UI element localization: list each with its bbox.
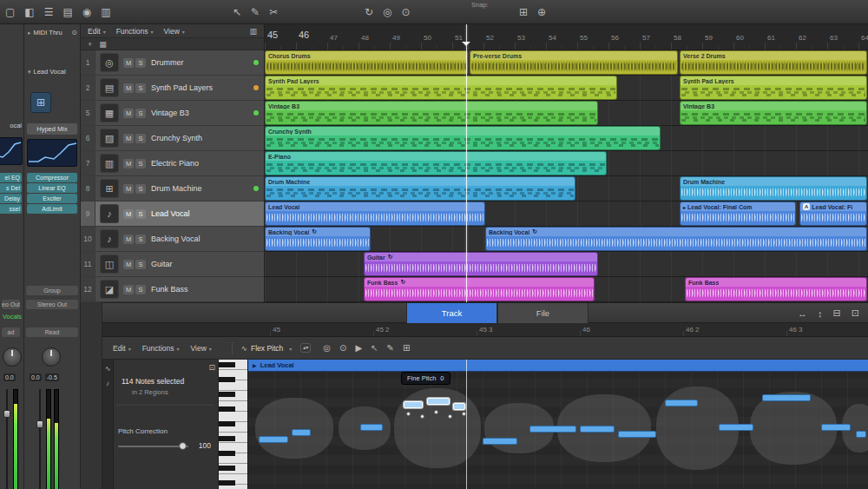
solo-button[interactable]: S — [135, 184, 146, 194]
zoom-h-icon[interactable] — [798, 307, 807, 319]
solo-button[interactable]: S — [135, 159, 146, 169]
view-menu[interactable]: View — [164, 27, 185, 36]
loop-icon[interactable] — [365, 6, 373, 18]
midi-in-icon[interactable] — [339, 343, 346, 353]
track-row[interactable]: 2 M S Synth Pad Layers — [81, 76, 264, 101]
region-inspector-header[interactable]: MIDI Thru — [28, 29, 77, 36]
track-row[interactable]: 6 M S Crunchy Synth — [81, 126, 264, 151]
track-row[interactable]: 12 M S Funk Bass — [81, 277, 264, 302]
volume-fader[interactable] — [36, 389, 43, 489]
volume-fader[interactable] — [3, 389, 10, 489]
solo-button[interactable]: S — [135, 260, 146, 269]
pitch-note[interactable] — [259, 436, 288, 443]
track-row[interactable]: 1 M S Drummer — [81, 50, 264, 76]
track-row[interactable]: 7 M S Electric Piano — [81, 151, 264, 176]
zoom-icon[interactable] — [537, 6, 546, 18]
region[interactable]: E-Piano — [265, 151, 607, 175]
region[interactable]: Verse 2 Drums — [680, 50, 867, 75]
functions-menu[interactable]: Functions — [142, 344, 180, 353]
transport-icon[interactable] — [82, 6, 91, 18]
editor-ruler[interactable]: 4545 245 34646 246 3 — [102, 323, 868, 337]
plugin-slot[interactable]: AdLimit — [27, 204, 77, 214]
pitch-note[interactable] — [360, 424, 383, 431]
note-handle[interactable] — [406, 412, 411, 416]
region[interactable]: Vintage B3 — [265, 101, 598, 125]
track-row[interactable]: 11 M S Guitar — [81, 252, 264, 277]
plugin-slot[interactable]: ssel — [0, 204, 22, 214]
catch-icon[interactable] — [323, 343, 331, 353]
stepper-icons[interactable]: ▴▾ — [300, 343, 311, 353]
smart-controls-icon[interactable] — [62, 6, 72, 18]
pan-knob[interactable] — [42, 347, 61, 367]
solo-button[interactable]: S — [135, 109, 146, 118]
pitch-note[interactable] — [529, 426, 576, 433]
pitch-note[interactable] — [618, 431, 656, 438]
solo-button[interactable]: S — [135, 83, 146, 93]
track-row[interactable]: 10 M S Backing Vocal — [81, 227, 264, 252]
fader-handle[interactable] — [3, 410, 10, 418]
plugin-slot[interactable]: el EQ — [0, 173, 22, 182]
note-handle[interactable] — [448, 414, 452, 419]
solo-button[interactable]: S — [135, 235, 146, 244]
view-menu[interactable]: View — [191, 344, 212, 353]
region[interactable]: Backing Vocal ↻ — [265, 227, 371, 251]
plugin-slot[interactable]: Exciter — [27, 194, 77, 203]
grid-icon[interactable] — [519, 6, 528, 18]
pitch-note[interactable] — [665, 400, 698, 406]
bar-ruler[interactable]: 4546474849505152535455565758596061626364 — [265, 24, 868, 50]
region[interactable]: Chorus Drums — [265, 50, 468, 75]
inspector-icon[interactable] — [24, 6, 34, 18]
patch-setting-button[interactable]: Hyped Mix — [27, 123, 77, 135]
marquee-icon[interactable] — [403, 343, 410, 353]
pencil-icon[interactable] — [387, 343, 394, 353]
pointer-tool-icon[interactable] — [233, 6, 241, 18]
edit-menu[interactable]: Edit — [113, 344, 131, 353]
playhead[interactable] — [466, 24, 467, 302]
region[interactable]: Synth Pad Layers — [680, 76, 867, 100]
pitch-note[interactable] — [762, 394, 811, 401]
note-handle[interactable] — [434, 410, 438, 414]
region[interactable]: Drum Machine — [265, 176, 575, 201]
tab-track[interactable]: Track — [406, 303, 497, 324]
editor-region-header[interactable]: Lead Vocal — [248, 360, 868, 372]
pitch-note[interactable] — [427, 398, 450, 405]
note-handle[interactable] — [420, 414, 424, 419]
track-row[interactable]: 5 M S Vintage B3 — [81, 101, 264, 126]
midi-thru-settings-icon[interactable] — [71, 29, 77, 36]
region[interactable]: Backing Vocal ↻ — [485, 227, 867, 251]
catch-icon[interactable] — [383, 6, 391, 18]
snap-menu[interactable]: Snap: — [471, 1, 489, 9]
pitch-note[interactable] — [821, 424, 851, 431]
add-track-icon[interactable] — [88, 40, 92, 49]
mute-button[interactable]: M — [123, 184, 134, 194]
strip-output[interactable]: eo Out — [2, 300, 20, 309]
eq-thumbnail[interactable] — [0, 137, 23, 165]
mute-button[interactable]: M — [123, 109, 134, 118]
pitch-note[interactable] — [856, 431, 866, 438]
pan-knob[interactable] — [3, 347, 22, 367]
functions-menu[interactable]: Functions — [116, 27, 154, 36]
pitch-note[interactable] — [580, 426, 615, 433]
region[interactable]: Guitar ↻ — [364, 252, 598, 276]
list-editor-icon[interactable] — [101, 6, 110, 18]
solo-button[interactable]: S — [135, 209, 146, 219]
play-icon[interactable] — [355, 343, 362, 353]
track-stack-icon[interactable] — [99, 40, 107, 49]
panel-settings-icon[interactable] — [208, 363, 215, 372]
zoom-v-icon[interactable] — [818, 307, 823, 319]
track-row[interactable]: 8 M S Drum Machine — [81, 176, 264, 202]
pitch-correction-slider[interactable]: 100 — [118, 441, 213, 451]
region[interactable]: Pre-verse Drums — [470, 50, 678, 75]
region[interactable]: Crunchy Synth — [265, 126, 661, 150]
flex-mode-selector[interactable]: Flex Pitch — [241, 344, 292, 353]
waveform-icon[interactable] — [105, 365, 111, 373]
region[interactable]: Funk Bass — [685, 277, 867, 301]
region[interactable]: ▸ Lead Vocal: Final Com — [680, 202, 796, 226]
midi-capture-icon[interactable] — [402, 6, 411, 18]
fit-icon[interactable] — [833, 307, 841, 319]
region[interactable]: Lead Vocal — [265, 202, 485, 226]
solo-button[interactable]: S — [135, 58, 146, 68]
link-icon[interactable] — [852, 307, 859, 319]
plugin-slot[interactable]: s Del — [0, 183, 22, 193]
pointer-icon[interactable] — [371, 343, 378, 353]
